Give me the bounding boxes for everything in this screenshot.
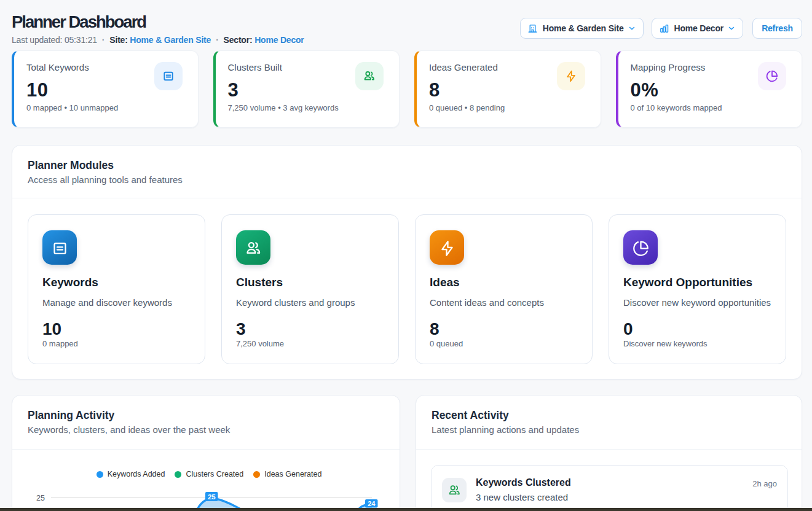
svg-text:24: 24 [368,500,376,507]
svg-text:25: 25 [36,494,45,502]
svg-text:25: 25 [208,493,216,501]
